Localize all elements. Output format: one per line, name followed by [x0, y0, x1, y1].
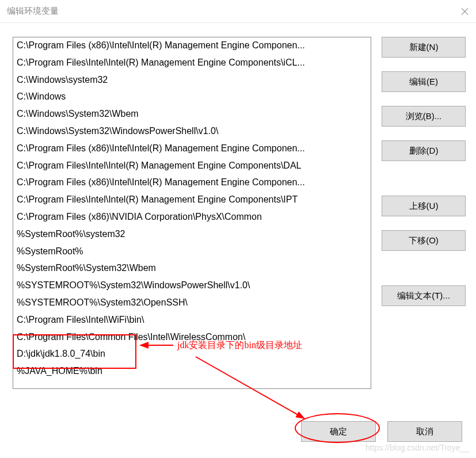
window-title: 编辑环境变量 [7, 6, 59, 17]
new-button[interactable]: 新建(N) [382, 37, 466, 58]
list-item[interactable]: C:\Program Files\Intel\Intel(R) Manageme… [13, 158, 371, 175]
cancel-button[interactable]: 取消 [387, 421, 462, 442]
list-item[interactable]: C:\Program Files\Intel\Intel(R) Manageme… [13, 192, 371, 209]
list-item[interactable]: C:\Program Files\Intel\WiFi\bin\ [13, 312, 371, 329]
ok-button[interactable]: 确定 [301, 421, 376, 442]
dialog-content: C:\Program Files (x86)\Intel\Intel(R) Ma… [0, 23, 476, 389]
dialog-footer: 确定 取消 [301, 421, 462, 442]
movedown-button[interactable]: 下移(O) [382, 230, 466, 251]
close-icon[interactable] [461, 7, 469, 16]
list-item[interactable]: %SystemRoot% [13, 243, 371, 261]
list-item[interactable]: C:\Windows\System32\WindowsPowerShell\v1… [13, 123, 371, 140]
list-item[interactable]: %SystemRoot%\system32 [13, 226, 371, 243]
edittext-button[interactable]: 编辑文本(T)... [382, 285, 466, 306]
edit-button[interactable]: 编辑(E) [382, 71, 466, 92]
list-item[interactable]: C:\Program Files (x86)\NVIDIA Corporatio… [13, 209, 371, 226]
list-item[interactable]: C:\Program Files\Common Files\Intel\Wire… [13, 329, 371, 346]
browse-button[interactable]: 浏览(B)... [382, 106, 466, 127]
list-item[interactable]: C:\Windows\system32 [13, 72, 371, 89]
list-item[interactable]: C:\Windows\System32\Wbem [13, 106, 371, 123]
titlebar: 编辑环境变量 [0, 0, 476, 23]
list-item[interactable]: %SYSTEMROOT%\System32\WindowsPowerShell\… [13, 277, 371, 295]
path-listbox[interactable]: C:\Program Files (x86)\Intel\Intel(R) Ma… [13, 37, 371, 389]
list-item[interactable]: C:\Program Files (x86)\Intel\Intel(R) Ma… [13, 37, 371, 55]
list-item[interactable]: C:\Program Files (x86)\Intel\Intel(R) Ma… [13, 174, 371, 192]
list-item[interactable]: %JAVA_HOME%\bin [13, 363, 371, 380]
list-item[interactable]: %SYSTEMROOT%\System32\OpenSSH\ [13, 295, 371, 312]
list-item[interactable]: D:\jdk\jdk1.8.0_74\bin [13, 346, 371, 363]
watermark: https://blog.csdn.net/Troye__ [365, 443, 469, 452]
moveup-button[interactable]: 上移(U) [382, 196, 466, 216]
delete-button[interactable]: 删除(D) [382, 140, 466, 161]
list-item[interactable]: C:\Program Files (x86)\Intel\Intel(R) Ma… [13, 140, 371, 158]
sidebar-buttons: 新建(N) 编辑(E) 浏览(B)... 删除(D) 上移(U) 下移(O) 编… [382, 37, 466, 389]
list-item[interactable]: %SystemRoot%\System32\Wbem [13, 260, 371, 277]
list-item[interactable]: C:\Windows [13, 89, 371, 106]
list-item[interactable]: C:\Program Files\Intel\Intel(R) Manageme… [13, 55, 371, 72]
